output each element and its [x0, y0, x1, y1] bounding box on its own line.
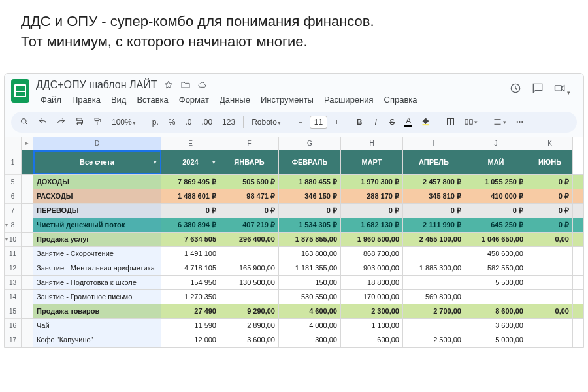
cell[interactable]: 407 219 ₽	[220, 218, 279, 232]
column-header[interactable]: G	[279, 137, 341, 150]
more-toolbar-icon[interactable]	[512, 114, 528, 130]
cloud-status-icon[interactable]	[197, 80, 208, 90]
cell[interactable]: 410 000 ₽	[465, 189, 527, 203]
column-header[interactable]: F	[220, 137, 279, 150]
cell[interactable]	[22, 276, 33, 289]
cell[interactable]: 345 810 ₽	[403, 189, 465, 203]
cell[interactable]	[22, 333, 33, 347]
row-label[interactable]: Кофе "Капучино"	[33, 333, 161, 347]
increase-font-size-icon[interactable]: +	[329, 114, 344, 130]
cell[interactable]	[403, 276, 465, 289]
cell[interactable]: 2 500,00	[403, 333, 465, 347]
cell[interactable]: 300,00	[279, 333, 341, 347]
cell[interactable]: 346 150 ₽	[279, 189, 341, 203]
menu-view[interactable]: Вид	[106, 93, 131, 106]
cell[interactable]	[22, 304, 33, 318]
cell[interactable]: 18 800,00	[341, 276, 403, 289]
cell[interactable]: 0 ₽	[527, 189, 573, 203]
column-header[interactable]: I	[403, 137, 465, 150]
cell[interactable]: 2 890,00	[220, 319, 279, 333]
cell[interactable]: 3 600,00	[465, 319, 527, 333]
cell[interactable]: 150,00	[279, 276, 341, 289]
italic-icon[interactable]: I	[368, 114, 383, 130]
cell[interactable]: 12 000	[161, 333, 220, 347]
currency-format-icon[interactable]: р.	[148, 114, 163, 130]
spreadsheet-grid[interactable]: 1 5 6 7 ▾8 ▾10 11 12 13 14 15 16 17 18 1…	[5, 137, 583, 348]
cell[interactable]: 1 270 350	[161, 290, 220, 304]
move-folder-icon[interactable]	[180, 80, 191, 90]
font-size-input[interactable]: 11	[310, 116, 327, 129]
decrease-decimal-icon[interactable]: .0	[181, 114, 195, 130]
cell[interactable]: 4 600,00	[279, 304, 341, 318]
month-header[interactable]: АПРЕЛЬ	[403, 150, 465, 174]
cell[interactable]: 98 471 ₽	[220, 189, 279, 203]
cell[interactable]: 0 ₽	[403, 204, 465, 218]
row-label[interactable]: Занятие - Грамотное письмо	[33, 290, 161, 304]
cell[interactable]: 1 488 601 ₽	[161, 189, 220, 203]
row-label[interactable]: Чай	[33, 319, 161, 333]
row-label[interactable]: Занятие - Подготовка к школе	[33, 276, 161, 289]
cell[interactable]: 0 ₽	[465, 204, 527, 218]
column-header[interactable]: K	[527, 137, 573, 150]
cell[interactable]: 1 046 650,00	[465, 233, 527, 246]
redo-icon[interactable]	[53, 114, 69, 130]
cell[interactable]: 582 550,00	[465, 261, 527, 275]
cell[interactable]	[403, 319, 465, 333]
cell[interactable]: 1 100,00	[341, 319, 403, 333]
borders-icon[interactable]	[442, 114, 459, 130]
month-header[interactable]: МАЙ	[465, 150, 527, 174]
row-number[interactable]: 17	[5, 333, 21, 348]
font-family-select[interactable]: Roboto▾	[248, 116, 285, 129]
cell[interactable]: 1 181 355,00	[279, 261, 341, 275]
column-header[interactable]: D	[33, 137, 161, 150]
cell[interactable]	[22, 247, 33, 261]
row-number[interactable]: 6	[5, 189, 21, 204]
row-number[interactable]: 12	[5, 261, 21, 276]
cell[interactable]: 1 682 130 ₽	[341, 218, 403, 232]
cell[interactable]: 154 950	[161, 276, 220, 289]
cell[interactable]: 2 300,00	[341, 304, 403, 318]
month-header[interactable]: ФЕВРАЛЬ	[279, 150, 341, 174]
cell[interactable]: 1 885 300,00	[403, 261, 465, 275]
cell[interactable]: 1 880 455 ₽	[279, 175, 341, 189]
row-number[interactable]: 16	[5, 319, 21, 333]
undo-icon[interactable]	[35, 114, 51, 130]
cell[interactable]: 1 055 250 ₽	[465, 175, 527, 189]
cell[interactable]: 130 500,00	[220, 276, 279, 289]
cell[interactable]	[22, 233, 33, 246]
cell[interactable]: 600,00	[341, 333, 403, 347]
comments-icon[interactable]	[531, 82, 544, 97]
cell[interactable]: 5 000,00	[465, 333, 527, 347]
bold-icon[interactable]: B	[352, 114, 367, 130]
row-label[interactable]: Продажа товаров	[33, 304, 161, 318]
menu-format[interactable]: Формат	[174, 93, 214, 106]
cell[interactable]	[527, 261, 573, 275]
paint-format-icon[interactable]	[90, 114, 106, 130]
cell[interactable]: 0 ₽	[341, 204, 403, 218]
menu-edit[interactable]: Правка	[67, 93, 105, 106]
cell[interactable]: 8 600,00	[465, 304, 527, 318]
cell[interactable]: 1 960 500,00	[341, 233, 403, 246]
row-number[interactable]: 11	[5, 247, 21, 261]
menu-tools[interactable]: Инструменты	[256, 93, 318, 106]
meet-icon[interactable]: ▾	[553, 82, 570, 97]
cell[interactable]: 0 ₽	[220, 204, 279, 218]
cell[interactable]: 2 700,00	[403, 304, 465, 318]
row-label[interactable]: ПЕРЕВОДЫ	[33, 204, 161, 218]
row-number[interactable]: ▾10	[5, 233, 21, 247]
row-label[interactable]: Продажа услуг	[33, 233, 161, 246]
cell[interactable]	[527, 247, 573, 261]
cell[interactable]	[22, 150, 33, 174]
text-color-icon[interactable]: A	[401, 114, 416, 130]
year-header[interactable]: 2024▾	[161, 150, 220, 174]
cell[interactable]: 6 380 894 ₽	[161, 218, 220, 232]
star-icon[interactable]	[163, 80, 174, 90]
cell[interactable]	[22, 175, 33, 189]
cell[interactable]	[527, 276, 573, 289]
cell[interactable]: 0 ₽	[527, 175, 573, 189]
row-number[interactable]: 13	[5, 276, 21, 290]
strikethrough-icon[interactable]: S	[385, 114, 399, 130]
cell[interactable]: 163 800,00	[279, 247, 341, 261]
col-expand-icon[interactable]: ▸	[22, 137, 33, 150]
row-number[interactable]: 15	[5, 304, 21, 319]
